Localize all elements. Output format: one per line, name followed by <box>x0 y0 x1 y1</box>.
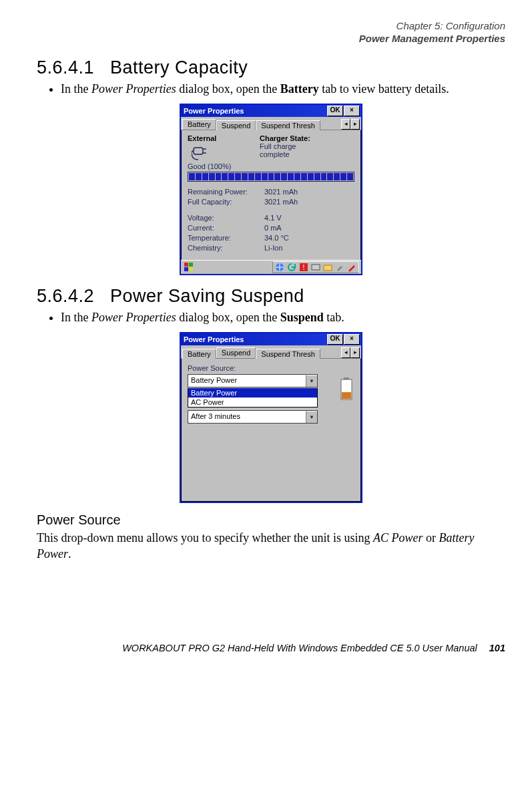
tab-scroll-right[interactable]: ▸ <box>350 347 360 358</box>
svg-rect-5 <box>184 267 188 271</box>
svg-rect-6 <box>189 267 193 271</box>
external-label: External <box>188 134 260 142</box>
footer-text: WORKABOUT PRO G2 Hand-Held With Windows … <box>122 643 477 653</box>
tab-suspend-threshold[interactable]: Suspend Thresh <box>256 349 320 359</box>
heading-number: 5.6.4.1 <box>37 57 94 77</box>
power-properties-dialog-suspend: Power Properties OK × Battery Suspend Su… <box>180 332 362 503</box>
battery-good-label: Good (100%) <box>188 162 260 170</box>
tray-pen-icon[interactable] <box>347 263 356 272</box>
tab-scroll-left[interactable]: ◂ <box>341 347 350 358</box>
power-plug-icon <box>192 144 212 161</box>
chevron-down-icon[interactable]: ▼ <box>306 375 317 387</box>
power-source-options: Battery Power AC Power <box>188 388 318 408</box>
close-button[interactable]: × <box>344 334 360 345</box>
combo-option-ac[interactable]: AC Power <box>188 397 317 407</box>
power-properties-dialog-battery: Power Properties OK × Battery Suspend Su… <box>180 104 362 275</box>
battery-progress-bar <box>188 172 354 182</box>
suspend-panel: Power Source: Battery Power ▼ Battery Po… <box>181 359 361 502</box>
tab-suspend[interactable]: Suspend <box>216 347 256 358</box>
system-tray: ! <box>272 261 359 273</box>
svg-rect-14 <box>342 392 351 399</box>
page-footer: WORKABOUT PRO G2 Hand-Held With Windows … <box>37 643 505 653</box>
svg-rect-11 <box>324 265 332 271</box>
ok-button[interactable]: OK <box>327 106 343 116</box>
body-paragraph: This drop-down menu allows you to specif… <box>37 530 505 563</box>
tray-globe-icon[interactable] <box>275 263 284 272</box>
heading-5-6-4-1: 5.6.4.1Battery Capacity <box>37 57 505 78</box>
ok-button[interactable]: OK <box>327 334 343 345</box>
svg-rect-4 <box>189 263 193 267</box>
combo-selected: Battery Power <box>188 375 306 387</box>
titlebar: Power Properties OK × <box>181 333 361 345</box>
tab-scroll-right[interactable]: ▸ <box>350 119 360 130</box>
combo-selected: After 3 minutes <box>188 411 306 423</box>
battery-panel: External Good (100%) Charger State: Full… <box>181 130 361 260</box>
heading-5-6-4-2: 5.6.4.2Power Saving Suspend <box>37 286 505 307</box>
heading-title: Power Saving Suspend <box>110 286 304 306</box>
close-button[interactable]: × <box>344 106 360 116</box>
window-title: Power Properties <box>184 335 326 343</box>
start-button-icon[interactable] <box>183 262 195 273</box>
taskbar: ! <box>181 260 361 274</box>
tray-folder-icon[interactable] <box>323 263 332 272</box>
chevron-down-icon[interactable]: ▼ <box>306 411 317 423</box>
tab-battery[interactable]: Battery <box>182 349 216 359</box>
page-header: Chapter 5: Configuration Power Managemen… <box>37 20 505 45</box>
svg-rect-0 <box>194 148 203 154</box>
section-line: Power Management Properties <box>37 33 505 45</box>
heading-title: Battery Capacity <box>110 57 248 77</box>
window-title: Power Properties <box>184 107 326 115</box>
tabstrip: Battery Suspend Suspend Thresh ◂ ▸ <box>181 117 361 130</box>
suspend-timeout-combo[interactable]: After 3 minutes ▼ <box>188 410 318 424</box>
tray-tool-icon[interactable] <box>335 263 344 272</box>
list-item: In the Power Properties dialog box, open… <box>61 81 505 97</box>
page-number: 101 <box>489 643 505 653</box>
tray-refresh-icon[interactable] <box>287 263 296 272</box>
charger-state-label: Charger State: <box>260 134 310 142</box>
charger-state-value: Full charge complete <box>260 142 310 158</box>
heading-number: 5.6.4.2 <box>37 286 94 306</box>
svg-rect-10 <box>312 265 320 270</box>
power-source-label: Power Source: <box>188 364 354 372</box>
tab-suspend-threshold[interactable]: Suspend Thresh <box>256 120 320 130</box>
tab-suspend[interactable]: Suspend <box>216 120 256 130</box>
tray-card-icon[interactable] <box>311 263 320 272</box>
combo-option-battery[interactable]: Battery Power <box>188 388 317 397</box>
svg-text:!: ! <box>303 264 305 271</box>
tray-alert-icon[interactable]: ! <box>299 263 308 272</box>
battery-stats: Remaining Power:3021 mAh Full Capacity:3… <box>188 187 354 253</box>
tabstrip: Battery Suspend Suspend Thresh ◂ ▸ <box>181 345 361 359</box>
tab-battery[interactable]: Battery <box>182 119 216 130</box>
power-source-combo[interactable]: Battery Power ▼ <box>188 374 318 387</box>
battery-level-icon <box>340 377 353 400</box>
chapter-line: Chapter 5: Configuration <box>37 20 505 33</box>
subhead-power-source: Power Source <box>37 512 505 528</box>
titlebar: Power Properties OK × <box>181 105 361 117</box>
tab-scroll-left[interactable]: ◂ <box>341 119 350 130</box>
list-item: In the Power Properties dialog box, open… <box>61 309 505 325</box>
svg-rect-3 <box>184 263 188 267</box>
